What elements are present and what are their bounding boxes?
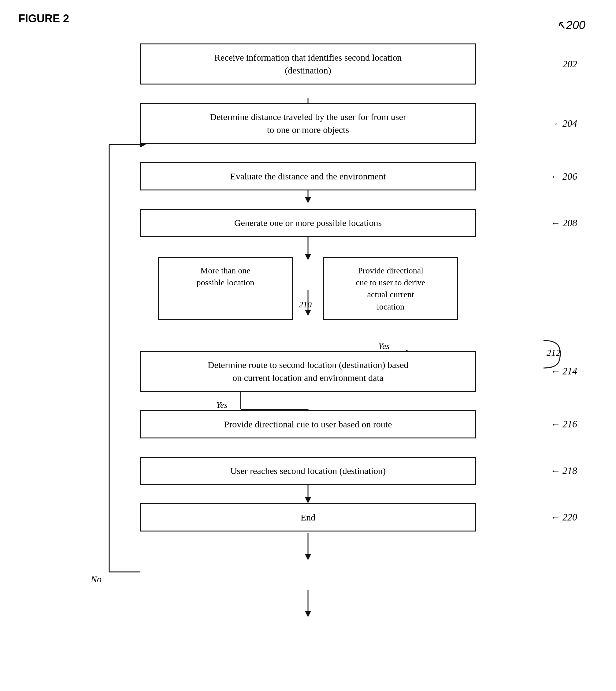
label-216: ← 216 (550, 419, 577, 430)
svg-marker-22 (305, 611, 311, 617)
box-208: Generate one or more possible locations (140, 209, 476, 237)
step-214-text: Determine route to second location (dest… (208, 360, 408, 383)
step-212-text: Provide directionalcue to user to derive… (356, 266, 425, 311)
label-218: ← 218 (550, 465, 577, 476)
label-202-text: 202 (563, 59, 577, 69)
step-204-text: Determine distance traveled by the user … (210, 112, 406, 135)
step-210-text: More than onepossible location (197, 266, 255, 287)
label-214: ← 214 (550, 365, 577, 377)
step-218-text: User reaches second location (destinatio… (230, 466, 386, 476)
box-216: Provide directional cue to user based on… (140, 410, 476, 438)
step-202-text: Receive information that identifies seco… (214, 53, 402, 75)
box-218: User reaches second location (destinatio… (140, 457, 476, 485)
label-220: ← 220 (550, 511, 577, 523)
box-214: Determine route to second location (dest… (140, 351, 476, 392)
step-216-text: Provide directional cue to user based on… (224, 419, 392, 429)
box-220: End (140, 503, 476, 531)
figure-title: FIGURE 2 (18, 12, 598, 25)
label-206: ← 206 (550, 171, 577, 182)
label-202: 202 (563, 59, 577, 70)
box-202: Receive information that identifies seco… (140, 43, 476, 84)
label-208: ← 208 (550, 217, 577, 229)
step-206-text: Evaluate the distance and the environmen… (230, 171, 386, 181)
box-212: Provide directionalcue to user to derive… (323, 257, 458, 320)
svg-text:No: No (90, 574, 102, 584)
box-204: Determine distance traveled by the user … (140, 103, 476, 144)
step-220-text: End (301, 512, 315, 522)
box-206: Evaluate the distance and the environmen… (140, 162, 476, 190)
box-210: More than onepossible location (158, 257, 293, 320)
label-204: ←204 (553, 118, 577, 129)
svg-marker-20 (305, 554, 311, 560)
diagram-ref: ↖200 (556, 18, 586, 32)
step-208-text: Generate one or more possible locations (234, 218, 382, 228)
